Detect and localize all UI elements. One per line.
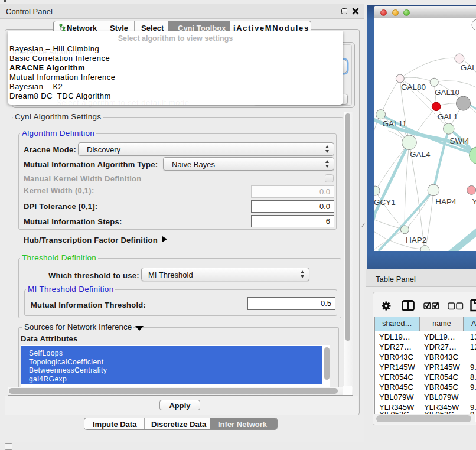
svg-text:HAP4: HAP4 (435, 197, 457, 206)
svg-text:GAL1: GAL1 (438, 112, 458, 121)
svg-text:GAL4: GAL4 (410, 150, 431, 159)
svg-text:GAL80: GAL80 (401, 83, 426, 92)
svg-text:GAL11: GAL11 (383, 119, 407, 128)
svg-text:GCY1: GCY1 (374, 198, 396, 207)
svg-text:HAP2: HAP2 (406, 236, 426, 244)
svg-text:GAL10: GAL10 (435, 88, 459, 97)
svg-text:SWI4: SWI4 (450, 136, 470, 145)
svg-text:GAL2: GAL2 (461, 63, 476, 72)
svg-text:YM: YM (472, 197, 476, 206)
